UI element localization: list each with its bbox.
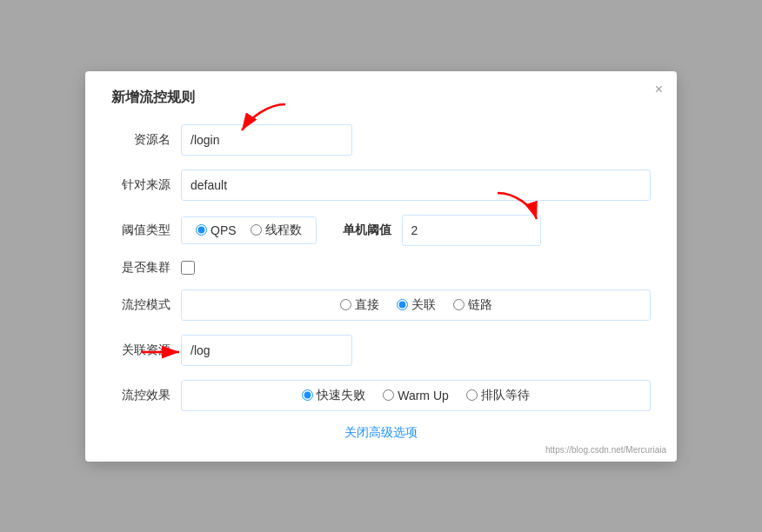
- associated-label: 关联: [411, 297, 436, 313]
- qps-label: QPS: [211, 223, 237, 237]
- qps-option[interactable]: QPS: [196, 223, 237, 237]
- direct-label: 直接: [355, 297, 379, 313]
- flow-mode-group: 直接 关联 链路: [181, 289, 651, 321]
- resource-name-row: 资源名: [111, 124, 651, 156]
- source-input[interactable]: [181, 170, 651, 201]
- flow-mode-row: 流控模式 直接 关联 链路: [111, 289, 651, 321]
- fast-fail-option[interactable]: 快速失败: [302, 388, 365, 403]
- modal-dialog: 新增流控规则 × 资源名: [85, 71, 677, 462]
- warm-up-radio[interactable]: [383, 389, 394, 401]
- chain-radio[interactable]: [453, 299, 465, 310]
- queue-option[interactable]: 排队等待: [466, 388, 530, 403]
- thread-radio[interactable]: [251, 224, 262, 236]
- close-button[interactable]: ×: [655, 82, 663, 97]
- direct-radio[interactable]: [340, 299, 351, 310]
- threshold-input[interactable]: [402, 215, 541, 246]
- related-resource-input[interactable]: [181, 335, 352, 366]
- direct-option[interactable]: 直接: [340, 297, 379, 313]
- flow-mode-label: 流控模式: [111, 297, 181, 313]
- resource-name-input[interactable]: [181, 124, 352, 156]
- source-row: 针对来源: [111, 170, 651, 201]
- cluster-row: 是否集群: [111, 260, 651, 276]
- thread-option[interactable]: 线程数: [251, 223, 302, 238]
- flow-effect-group: 快速失败 Warm Up 排队等待: [181, 380, 651, 411]
- cluster-label: 是否集群: [111, 260, 181, 276]
- resource-name-label: 资源名: [111, 132, 181, 148]
- qps-radio[interactable]: [196, 224, 207, 236]
- close-advanced-section: 关闭高级选项: [111, 425, 651, 441]
- related-resource-label: 关联资源: [111, 342, 181, 358]
- threshold-value-row: 单机阈值: [317, 215, 651, 246]
- flow-effect-row: 流控效果 快速失败 Warm Up 排队等待: [111, 380, 651, 411]
- queue-label: 排队等待: [481, 388, 530, 403]
- chain-label: 链路: [468, 297, 492, 313]
- fast-fail-radio[interactable]: [302, 389, 313, 401]
- cluster-checkbox[interactable]: [181, 261, 195, 275]
- thread-label: 线程数: [265, 223, 302, 238]
- related-resource-row: 关联资源: [111, 335, 651, 366]
- threshold-type-row: 阈值类型 QPS 线程数 单机阈值: [111, 215, 651, 246]
- associated-option[interactable]: 关联: [397, 297, 436, 313]
- warm-up-option[interactable]: Warm Up: [383, 389, 449, 402]
- chain-option[interactable]: 链路: [453, 297, 492, 313]
- threshold-type-label: 阈值类型: [111, 223, 181, 238]
- source-label: 针对来源: [111, 177, 181, 193]
- associated-radio[interactable]: [397, 299, 408, 310]
- modal-title: 新增流控规则: [111, 89, 651, 107]
- flow-effect-label: 流控效果: [111, 388, 181, 403]
- warm-up-label: Warm Up: [398, 389, 449, 402]
- watermark: https://blog.csdn.net/Mercuriaia: [545, 445, 666, 455]
- single-threshold-label: 单机阈值: [343, 223, 391, 238]
- queue-radio[interactable]: [466, 389, 478, 401]
- close-advanced-link[interactable]: 关闭高级选项: [344, 425, 418, 439]
- threshold-type-group: QPS 线程数: [181, 216, 317, 244]
- cluster-checkbox-wrapper: [181, 261, 195, 275]
- fast-fail-label: 快速失败: [317, 388, 365, 403]
